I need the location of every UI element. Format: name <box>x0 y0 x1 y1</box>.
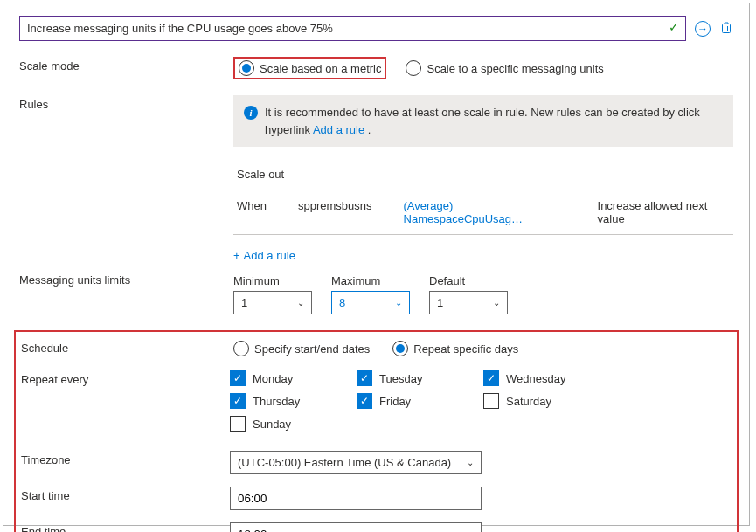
chevron-down-icon: ⌄ <box>493 298 500 307</box>
end-time-label: End time <box>21 522 230 532</box>
default-select[interactable]: 1⌄ <box>429 291 508 314</box>
scale-rule-row[interactable]: When sppremsbusns (Average) NamespaceCpu… <box>233 190 733 235</box>
scale-mode-metric-radio[interactable]: Scale based on a metric <box>233 57 386 79</box>
day-sunday-checkbox[interactable]: Sunday <box>230 416 357 432</box>
svg-rect-0 <box>723 24 731 32</box>
day-monday-checkbox[interactable]: Monday <box>230 370 357 386</box>
timezone-select[interactable]: (UTC-05:00) Eastern Time (US & Canada)⌄ <box>230 451 482 474</box>
scale-out-heading: Scale out <box>233 168 733 181</box>
maximum-select[interactable]: 8⌄ <box>331 291 410 314</box>
add-rule-button[interactable]: +Add a rule <box>233 249 295 262</box>
chevron-down-icon: ⌄ <box>395 298 402 307</box>
condition-name-input[interactable] <box>19 16 686 41</box>
delete-icon[interactable] <box>719 20 733 38</box>
limits-label: Messaging units limits <box>19 271 233 314</box>
rules-label: Rules <box>19 95 233 262</box>
day-tuesday-checkbox[interactable]: Tuesday <box>357 370 483 386</box>
day-friday-checkbox[interactable]: Friday <box>357 393 483 409</box>
rules-info-box: i It is recommended to have at least one… <box>233 95 733 147</box>
day-thursday-checkbox[interactable]: Thursday <box>230 393 357 409</box>
info-icon: i <box>244 106 258 120</box>
start-time-label: Start time <box>21 487 230 510</box>
timezone-label: Timezone <box>21 451 230 474</box>
chevron-down-icon: ⌄ <box>467 458 474 467</box>
add-rule-link-inline[interactable]: Add a rule <box>313 123 364 136</box>
schedule-repeat-radio[interactable]: Repeat specific days <box>389 339 522 358</box>
start-time-input[interactable] <box>230 487 482 510</box>
repeat-label: Repeat every <box>21 370 230 439</box>
scale-mode-specific-radio[interactable]: Scale to a specific messaging units <box>402 59 607 78</box>
scale-mode-label: Scale mode <box>19 57 233 79</box>
expand-arrow-icon[interactable]: → <box>695 21 711 37</box>
minimum-select[interactable]: 1⌄ <box>233 291 312 314</box>
end-time-input[interactable] <box>230 522 482 532</box>
valid-checkmark-icon: ✓ <box>669 20 679 34</box>
day-saturday-checkbox[interactable]: Saturday <box>483 393 610 409</box>
day-wednesday-checkbox[interactable]: Wednesday <box>483 370 610 386</box>
chevron-down-icon: ⌄ <box>297 298 304 307</box>
metric-link[interactable]: (Average) NamespaceCpuUsag… <box>404 199 566 225</box>
schedule-dates-radio[interactable]: Specify start/end dates <box>230 339 373 358</box>
plus-icon: + <box>233 249 240 262</box>
schedule-label: Schedule <box>21 339 230 358</box>
